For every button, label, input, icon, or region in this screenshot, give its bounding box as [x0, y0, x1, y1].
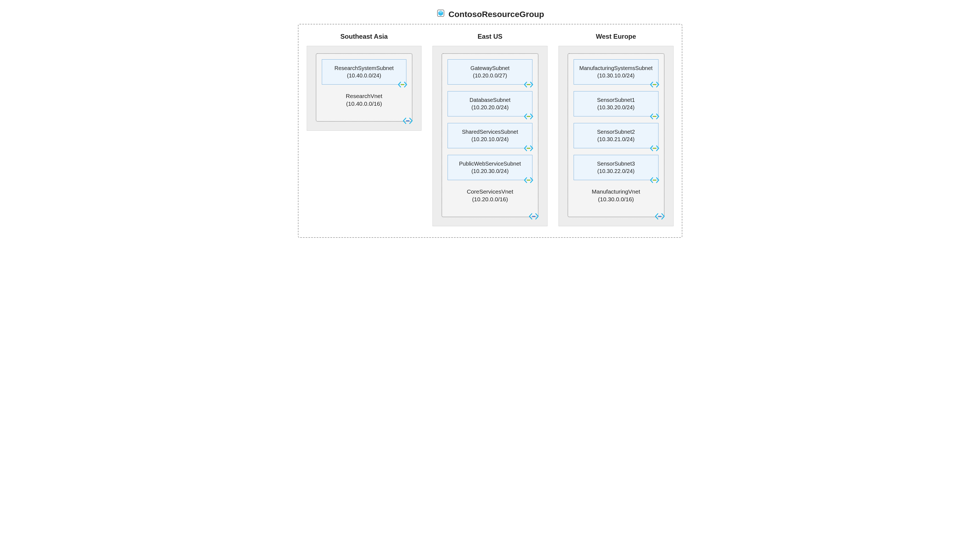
- resource-group-header: ContosoResourceGroup: [436, 8, 544, 20]
- vnet-icon: [402, 117, 414, 125]
- region-title: East US: [477, 33, 503, 40]
- svg-point-35: [658, 216, 659, 217]
- subnet-box: SharedServicesSubnet (10.20.10.0/24): [447, 123, 533, 148]
- subnet-name: PublicWebServiceSubnet: [450, 160, 530, 167]
- svg-point-22: [535, 216, 535, 217]
- subnet-box: SensorSubnet1 (10.30.20.0/24): [574, 91, 659, 116]
- subnet-wrap: SensorSubnet1 (10.30.20.0/24): [574, 91, 659, 116]
- subnet-cidr: (10.30.21.0/24): [577, 136, 655, 143]
- vnet-name: ResearchVnet: [322, 92, 407, 100]
- subnet-box: DatabaseSubnet (10.20.20.0/24): [447, 91, 533, 116]
- vnet-name: ManufacturingVnet: [574, 188, 659, 195]
- vnet-box: GatewaySubnet (10.20.0.0/27) DatabaseSub…: [442, 53, 538, 217]
- vnet-name: CoreServicesVnet: [447, 188, 533, 195]
- subnet-box: GatewaySubnet (10.20.0.0/27): [447, 59, 533, 84]
- resource-group-container: Southeast Asia ResearchSystemSubnet (10.…: [298, 24, 682, 238]
- diagram-root: ContosoResourceGroup Southeast Asia Rese…: [8, 8, 972, 238]
- subnet-wrap: SensorSubnet3 (10.30.22.0/24): [574, 155, 659, 180]
- svg-point-6: [407, 120, 408, 121]
- region-column: East US GatewaySubnet (10.20.0.0/27): [433, 33, 547, 226]
- resource-group-icon: [436, 8, 445, 20]
- vnet-label: ManufacturingVnet (10.30.0.0/16): [574, 188, 659, 203]
- region-title: Southeast Asia: [340, 33, 388, 40]
- subnet-wrap: GatewaySubnet (10.20.0.0/27): [447, 59, 533, 84]
- subnet-box: SensorSubnet3 (10.30.22.0/24): [574, 155, 659, 180]
- region-title: West Europe: [596, 33, 636, 40]
- region-box: GatewaySubnet (10.20.0.0/27) DatabaseSub…: [433, 46, 547, 226]
- subnet-box: PublicWebServiceSubnet (10.20.30.0/24): [447, 155, 533, 180]
- subnet-wrap: SharedServicesSubnet (10.20.10.0/24): [447, 123, 533, 148]
- region-box: ManufacturingSystemsSubnet (10.30.10.0/2…: [558, 46, 674, 226]
- subnet-cidr: (10.20.20.0/24): [450, 104, 530, 111]
- region-columns: Southeast Asia ResearchSystemSubnet (10.…: [307, 33, 674, 226]
- subnet-wrap: SensorSubnet2 (10.30.21.0/24): [574, 123, 659, 148]
- subnet-wrap: ResearchSystemSubnet (10.40.0.0/24): [322, 59, 407, 84]
- vnet-cidr: (10.30.0.0/16): [574, 195, 659, 203]
- subnet-name: SensorSubnet2: [577, 128, 655, 136]
- subnet-box: ManufacturingSystemsSubnet (10.30.10.0/2…: [574, 59, 659, 84]
- vnet-cidr: (10.20.0.0/16): [447, 195, 533, 203]
- subnet-cidr: (10.20.30.0/24): [450, 167, 530, 175]
- subnet-name: ManufacturingSystemsSubnet: [577, 65, 655, 72]
- svg-point-5: [406, 120, 407, 121]
- subnet-cidr: (10.30.10.0/24): [577, 72, 655, 79]
- region-column: West Europe ManufacturingSystemsSubnet (…: [558, 33, 674, 226]
- subnet-cidr: (10.20.10.0/24): [450, 136, 530, 143]
- resource-group-name: ContosoResourceGroup: [449, 10, 544, 19]
- subnet-wrap: PublicWebServiceSubnet (10.20.30.0/24): [447, 155, 533, 180]
- vnet-label: ResearchVnet (10.40.0.0/16): [322, 92, 407, 108]
- vnet-label: CoreServicesVnet (10.20.0.0/16): [447, 188, 533, 203]
- svg-point-20: [532, 216, 533, 217]
- subnet-cidr: (10.30.22.0/24): [577, 167, 655, 175]
- subnet-cidr: (10.30.20.0/24): [577, 104, 655, 111]
- subnet-name: SensorSubnet3: [577, 160, 655, 167]
- region-column: Southeast Asia ResearchSystemSubnet (10.…: [307, 33, 422, 131]
- subnet-box: SensorSubnet2 (10.30.21.0/24): [574, 123, 659, 148]
- subnet-cidr: (10.20.0.0/27): [450, 72, 530, 79]
- vnet-box: ManufacturingSystemsSubnet (10.30.10.0/2…: [568, 53, 665, 217]
- vnet-icon: [654, 212, 666, 221]
- subnet-name: SensorSubnet1: [577, 96, 655, 104]
- subnet-wrap: DatabaseSubnet (10.20.20.0/24): [447, 91, 533, 116]
- vnet-box: ResearchSystemSubnet (10.40.0.0/24): [316, 53, 413, 122]
- svg-point-36: [659, 216, 660, 217]
- subnet-name: ResearchSystemSubnet: [325, 65, 404, 72]
- subnet-wrap: ManufacturingSystemsSubnet (10.30.10.0/2…: [574, 59, 659, 84]
- subnet-name: SharedServicesSubnet: [450, 128, 530, 136]
- subnet-name: DatabaseSubnet: [450, 96, 530, 104]
- subnet-name: GatewaySubnet: [450, 65, 530, 72]
- subnet-box: ResearchSystemSubnet (10.40.0.0/24): [322, 59, 407, 84]
- svg-point-7: [408, 120, 409, 121]
- vnet-cidr: (10.40.0.0/16): [322, 100, 407, 108]
- vnet-icon: [528, 212, 539, 221]
- svg-point-37: [660, 216, 662, 217]
- region-box: ResearchSystemSubnet (10.40.0.0/24): [307, 46, 422, 131]
- svg-point-21: [533, 216, 535, 217]
- subnet-cidr: (10.40.0.0/24): [325, 72, 404, 79]
